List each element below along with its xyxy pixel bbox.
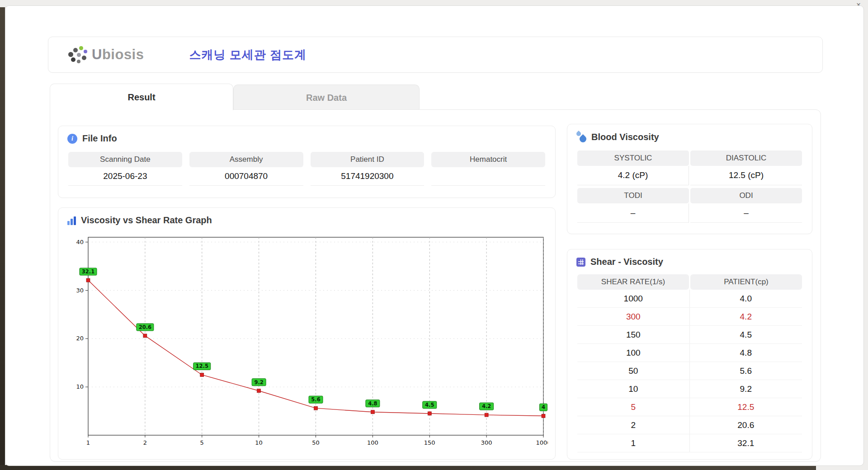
- field-label: Patient ID: [311, 152, 425, 167]
- svg-text:12.5: 12.5: [196, 363, 208, 369]
- blood-viscosity-title: Blood Viscosity: [567, 124, 812, 142]
- blood-viscosity-grid: SYSTOLICDIASTOLIC4.2 (cP)12.5 (cP)TODIOD…: [577, 150, 802, 223]
- field-label: Assembly: [189, 152, 303, 167]
- shear-rate-cell: 5: [577, 398, 690, 416]
- table-row: 1004.8: [577, 344, 802, 362]
- svg-text:40: 40: [76, 239, 84, 245]
- bv-value: –: [577, 203, 689, 223]
- svg-text:4.2: 4.2: [482, 403, 491, 409]
- graph-card: Viscosity vs Shear Rate Graph 1020304012…: [58, 207, 556, 460]
- graph-title-text: Viscosity vs Shear Rate Graph: [81, 215, 212, 226]
- shear-viscosity-title-text: Shear - Viscosity: [590, 257, 663, 267]
- shear-rate-cell: 2: [577, 416, 690, 434]
- field-value: 2025-06-23: [68, 167, 182, 186]
- blood-viscosity-title-text: Blood Viscosity: [591, 132, 659, 142]
- ubiosis-logo: Ubiosis: [67, 45, 144, 64]
- svg-text:5: 5: [200, 439, 204, 446]
- tab-result[interactable]: Result: [50, 84, 233, 110]
- info-icon: i: [67, 134, 77, 144]
- svg-text:2: 2: [143, 439, 147, 446]
- patient-viscosity-cell: 12.5: [690, 398, 802, 416]
- table-row: 512.5: [577, 398, 802, 416]
- shear-viscosity-title: Shear - Viscosity: [567, 249, 812, 267]
- patient-viscosity-cell: 5.6: [690, 362, 802, 380]
- bv-label: TODI: [577, 188, 689, 203]
- shear-rate-cell: 1: [577, 434, 690, 452]
- shear-table-body: 10004.03004.21504.51004.8505.6109.2512.5…: [577, 290, 802, 452]
- svg-text:30: 30: [76, 287, 84, 294]
- table-row: 3004.2: [577, 308, 802, 326]
- bv-value: 4.2 (cP): [577, 166, 689, 185]
- file-info-field: Assembly000704870: [189, 152, 303, 186]
- table-row: 1504.5: [577, 326, 802, 344]
- patient-viscosity-cell: 20.6: [690, 416, 802, 434]
- patient-viscosity-cell: 4.2: [690, 308, 802, 325]
- field-label: Hematocrit: [431, 152, 545, 167]
- brand-name: Ubiosis: [92, 47, 144, 63]
- file-info-title-text: File Info: [82, 133, 117, 144]
- table-grid-icon: [576, 258, 585, 267]
- desktop-edge-left: [0, 7, 5, 470]
- viscosity-shear-chart: 102030401251050100150300100032.120.612.5…: [67, 233, 548, 450]
- viscosity-chart: 102030401251050100150300100032.120.612.5…: [67, 233, 555, 451]
- column-header-patient: PATIENT(cp): [690, 274, 802, 290]
- shear-rate-cell: 300: [577, 308, 690, 325]
- svg-text:1000: 1000: [536, 439, 548, 446]
- bv-value: 12.5 (cP): [690, 166, 802, 185]
- shear-rate-cell: 10: [577, 380, 690, 398]
- patient-viscosity-cell: 4.5: [690, 326, 802, 343]
- table-row: 10004.0: [577, 290, 802, 308]
- svg-text:4.8: 4.8: [368, 400, 377, 407]
- file-info-card: i File Info Scanning Date2025-06-23Assem…: [58, 126, 556, 198]
- table-row: 132.1: [577, 434, 802, 452]
- shear-rate-cell: 100: [577, 344, 690, 362]
- shear-viscosity-card: Shear - Viscosity SHEAR RATE(1/s) PATIEN…: [567, 249, 812, 460]
- patient-viscosity-cell: 9.2: [690, 380, 802, 398]
- patient-viscosity-cell: 4.8: [690, 344, 802, 362]
- svg-text:10: 10: [255, 439, 263, 446]
- graph-title: Viscosity vs Shear Rate Graph: [58, 208, 555, 226]
- svg-text:50: 50: [312, 439, 320, 446]
- svg-text:10: 10: [76, 383, 84, 390]
- header: Ubiosis 스캐닝 모세관 점도계: [48, 37, 823, 73]
- ubiosis-logo-icon: [67, 45, 88, 64]
- svg-text:4.5: 4.5: [425, 402, 434, 408]
- field-value: 51741920300: [311, 167, 425, 186]
- result-panel: i File Info Scanning Date2025-06-23Assem…: [50, 109, 821, 462]
- column-header-shear-rate: SHEAR RATE(1/s): [577, 274, 689, 290]
- shear-rate-cell: 1000: [577, 290, 690, 307]
- svg-text:20.6: 20.6: [139, 324, 151, 330]
- field-value: [431, 167, 545, 186]
- svg-text:150: 150: [424, 439, 435, 446]
- file-info-field: Hematocrit: [431, 152, 545, 186]
- shear-rate-cell: 150: [577, 326, 690, 343]
- svg-text:1: 1: [86, 439, 90, 446]
- bv-label: ODI: [690, 188, 802, 203]
- svg-text:300: 300: [481, 439, 492, 446]
- table-row: 109.2: [577, 380, 802, 398]
- svg-text:100: 100: [367, 439, 378, 446]
- svg-text:32.1: 32.1: [82, 268, 94, 275]
- bv-label: SYSTOLIC: [577, 150, 689, 166]
- svg-text:4: 4: [542, 404, 545, 410]
- table-row: 505.6: [577, 362, 802, 380]
- field-value: 000704870: [189, 167, 303, 186]
- file-info-title: i File Info: [58, 126, 555, 144]
- file-info-field: Scanning Date2025-06-23: [68, 152, 182, 186]
- table-row: 220.6: [577, 416, 802, 434]
- bar-chart-icon: [67, 216, 76, 225]
- bv-label: DIASTOLIC: [690, 150, 802, 166]
- bv-value: –: [690, 203, 802, 223]
- blood-drop-icon: [576, 132, 586, 142]
- app-title: 스캐닝 모세관 점도계: [189, 47, 306, 63]
- svg-text:5.6: 5.6: [311, 396, 320, 403]
- blood-viscosity-card: Blood Viscosity SYSTOLICDIASTOLIC4.2 (cP…: [567, 124, 812, 234]
- file-info-field: Patient ID51741920300: [311, 152, 425, 186]
- app-window: Ubiosis 스캐닝 모세관 점도계 Result Raw Data i Fi…: [5, 5, 864, 466]
- patient-viscosity-cell: 4.0: [690, 290, 802, 307]
- patient-viscosity-cell: 32.1: [690, 434, 802, 452]
- svg-text:9.2: 9.2: [254, 379, 263, 385]
- file-info-fields: Scanning Date2025-06-23Assembly000704870…: [68, 152, 545, 186]
- field-label: Scanning Date: [68, 152, 182, 167]
- tab-raw-data[interactable]: Raw Data: [233, 85, 420, 110]
